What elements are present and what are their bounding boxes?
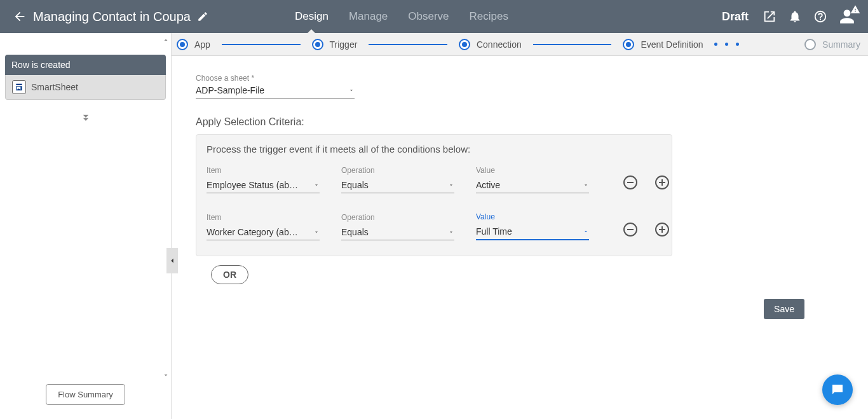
- sheet-field-label: Choose a sheet *: [196, 74, 848, 83]
- bell-icon[interactable]: [788, 10, 802, 24]
- item-label: Item: [207, 213, 320, 222]
- help-icon[interactable]: [813, 10, 827, 24]
- caret-down-icon: [583, 182, 589, 188]
- criteria-row: Item Worker Category (ab… Operation Equa…: [207, 212, 661, 240]
- chevron-up-icon[interactable]: [162, 36, 170, 46]
- row-actions: [623, 175, 669, 189]
- expand-icon[interactable]: [5, 111, 166, 126]
- caret-down-icon: [583, 228, 589, 235]
- save-button[interactable]: Save: [764, 299, 804, 319]
- criteria-title: Apply Selection Criteria:: [196, 116, 848, 128]
- left-sidebar: Row is created SmartSheet Flow Summary: [0, 33, 172, 419]
- add-row-button[interactable]: [655, 175, 669, 189]
- value-label: Value: [476, 166, 589, 175]
- main-content: Choose a sheet * ADP-Sample-File Apply S…: [172, 33, 868, 419]
- status-badge: Draft: [722, 10, 749, 24]
- value-select[interactable]: Active: [476, 177, 589, 193]
- item-label: Item: [207, 166, 320, 175]
- smartsheet-icon: [12, 80, 26, 94]
- value-label: Value: [476, 212, 589, 221]
- row-actions: [623, 223, 669, 237]
- remove-row-button[interactable]: [623, 175, 637, 189]
- chat-bubble-button[interactable]: [822, 374, 853, 405]
- user-menu-button[interactable]: [839, 8, 855, 25]
- criteria-row: Item Employee Status (ab… Operation Equa…: [207, 166, 661, 193]
- value-select[interactable]: Full Time: [476, 224, 589, 240]
- operation-select[interactable]: Equals: [341, 224, 454, 240]
- app-card-smartsheet[interactable]: SmartSheet: [5, 75, 166, 100]
- criteria-box: Process the trigger event if it meets al…: [196, 134, 672, 256]
- tab-design[interactable]: Design: [285, 0, 339, 33]
- sheet-select[interactable]: ADP-Sample-File: [196, 83, 355, 99]
- header-left: Managing Contact in Coupa: [0, 10, 208, 24]
- app-name-label: SmartSheet: [31, 82, 78, 92]
- alert-triangle-icon: [850, 4, 860, 17]
- tab-manage[interactable]: Manage: [339, 0, 398, 33]
- chevron-down-icon[interactable]: [162, 371, 170, 381]
- back-arrow-icon[interactable]: [13, 10, 27, 24]
- or-button[interactable]: OR: [211, 265, 248, 284]
- external-link-icon[interactable]: [763, 10, 776, 24]
- tab-recipes[interactable]: Recipes: [459, 0, 519, 33]
- caret-down-icon: [313, 229, 320, 235]
- item-select[interactable]: Employee Status (ab…: [207, 177, 320, 193]
- criteria-description: Process the trigger event if it meets al…: [207, 144, 661, 155]
- operation-label: Operation: [341, 213, 454, 222]
- trigger-panel-header[interactable]: Row is created: [5, 55, 166, 75]
- item-select[interactable]: Worker Category (ab…: [207, 224, 320, 240]
- caret-down-icon: [313, 182, 320, 188]
- flow-summary-button[interactable]: Flow Summary: [46, 384, 125, 405]
- caret-down-icon: [448, 182, 454, 188]
- pencil-icon[interactable]: [197, 11, 208, 22]
- operation-label: Operation: [341, 166, 454, 175]
- app-header: Managing Contact in Coupa Design Manage …: [0, 0, 868, 33]
- tab-observe[interactable]: Observe: [398, 0, 459, 33]
- header-tabs: Design Manage Observe Recipes: [285, 0, 519, 33]
- page-title: Managing Contact in Coupa: [33, 10, 191, 24]
- header-right: Draft: [722, 8, 868, 25]
- add-row-button[interactable]: [655, 223, 669, 237]
- operation-select[interactable]: Equals: [341, 177, 454, 193]
- caret-down-icon: [448, 229, 454, 235]
- caret-down-icon: [348, 87, 355, 93]
- remove-row-button[interactable]: [623, 223, 637, 237]
